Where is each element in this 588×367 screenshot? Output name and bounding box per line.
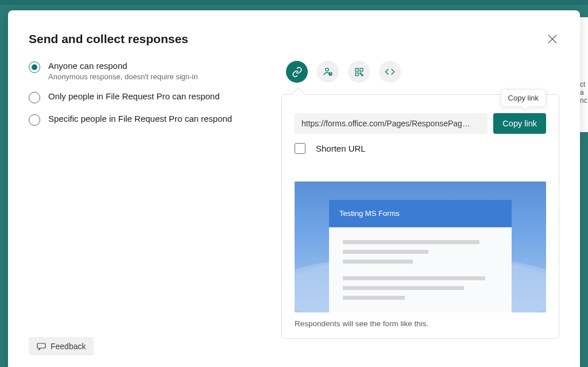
svg-point-2 bbox=[326, 68, 328, 71]
radio-anyone[interactable]: Anyone can respond Anonymous response, d… bbox=[29, 61, 258, 81]
radio-label: Only people in File Request Pro can resp… bbox=[48, 91, 220, 101]
audience-radio-group: Anyone can respond Anonymous response, d… bbox=[29, 61, 258, 126]
person-add-icon bbox=[323, 67, 333, 77]
link-content: Copy link Copy link Shorten URL Testing … bbox=[281, 94, 559, 339]
svg-rect-6 bbox=[355, 68, 358, 71]
preview-caption: Respondents will see the form like this. bbox=[295, 319, 546, 328]
radio-label: Anyone can respond bbox=[48, 61, 198, 71]
qr-icon bbox=[354, 67, 364, 77]
svg-rect-7 bbox=[359, 68, 362, 71]
svg-rect-8 bbox=[355, 72, 358, 75]
close-icon bbox=[548, 34, 557, 44]
preview-image: Testing MS Forms bbox=[295, 181, 546, 312]
radio-indicator bbox=[29, 61, 40, 73]
audience-panel: Anyone can respond Anonymous response, d… bbox=[29, 61, 258, 356]
share-url-input[interactable] bbox=[295, 113, 488, 134]
share-tabs bbox=[281, 61, 559, 83]
radio-indicator bbox=[29, 114, 40, 126]
share-panel: Copy link Copy link Shorten URL Testing … bbox=[281, 61, 559, 356]
tab-embed[interactable] bbox=[379, 61, 401, 83]
form-preview: Testing MS Forms Respondents will see th… bbox=[295, 181, 546, 328]
radio-org-only[interactable]: Only people in File Request Pro can resp… bbox=[29, 91, 258, 103]
svg-rect-10 bbox=[361, 74, 362, 75]
radio-label: Specific people in File Request Pro can … bbox=[48, 114, 232, 123]
svg-rect-9 bbox=[359, 72, 361, 74]
radio-indicator bbox=[29, 92, 40, 103]
close-button[interactable] bbox=[546, 32, 559, 46]
shorten-url-checkbox[interactable] bbox=[295, 143, 305, 154]
modal-title: Send and collect responses bbox=[29, 32, 188, 46]
feedback-icon bbox=[37, 342, 46, 351]
radio-desc: Anonymous response, doesn't require sign… bbox=[48, 72, 198, 81]
shorten-url-label: Shorten URL bbox=[316, 144, 366, 153]
tab-link[interactable] bbox=[286, 61, 308, 83]
copy-tooltip: Copy link bbox=[501, 89, 546, 107]
modal-header: Send and collect responses bbox=[29, 32, 559, 46]
link-icon bbox=[292, 67, 303, 78]
tab-invite[interactable] bbox=[317, 61, 339, 83]
background-fragment: ctanc bbox=[580, 17, 588, 132]
copy-link-button[interactable]: Copy link bbox=[493, 113, 546, 134]
send-collect-modal: Send and collect responses Anyone can re… bbox=[8, 10, 580, 367]
feedback-button[interactable]: Feedback bbox=[29, 337, 94, 356]
code-icon bbox=[385, 67, 395, 77]
feedback-label: Feedback bbox=[51, 342, 86, 351]
tab-qr[interactable] bbox=[348, 61, 370, 83]
radio-specific-people[interactable]: Specific people in File Request Pro can … bbox=[29, 114, 258, 126]
preview-form-title: Testing MS Forms bbox=[329, 200, 512, 227]
